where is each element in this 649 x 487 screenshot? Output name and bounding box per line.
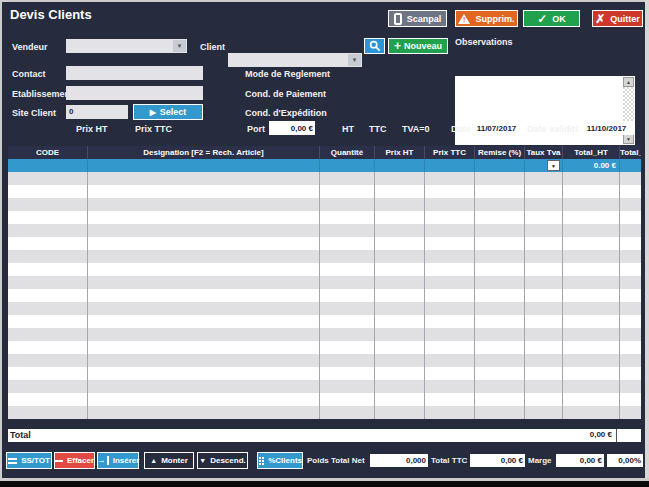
- table-cell[interactable]: [375, 185, 425, 198]
- table-cell[interactable]: [375, 159, 425, 172]
- table-cell[interactable]: [620, 159, 641, 172]
- contact-field[interactable]: [66, 66, 203, 80]
- table-cell[interactable]: [320, 315, 375, 328]
- table-cell[interactable]: [425, 393, 475, 406]
- table-cell[interactable]: [620, 250, 641, 263]
- table-cell[interactable]: [320, 159, 375, 172]
- table-cell[interactable]: [475, 224, 525, 237]
- table-cell[interactable]: [525, 393, 563, 406]
- pourcent-clients-button[interactable]: %Clients: [257, 452, 303, 469]
- table-cell[interactable]: [475, 250, 525, 263]
- table-cell[interactable]: [475, 263, 525, 276]
- table-cell[interactable]: [375, 302, 425, 315]
- table-cell[interactable]: [88, 289, 320, 302]
- table-cell[interactable]: [88, 185, 320, 198]
- table-cell[interactable]: [88, 354, 320, 367]
- table-row[interactable]: [8, 341, 641, 354]
- table-cell[interactable]: [320, 276, 375, 289]
- table-cell[interactable]: [475, 198, 525, 211]
- table-cell[interactable]: [475, 406, 525, 419]
- table-cell[interactable]: [320, 406, 375, 419]
- table-cell[interactable]: [320, 354, 375, 367]
- table-cell[interactable]: [563, 302, 620, 315]
- table-cell[interactable]: [525, 354, 563, 367]
- table-row[interactable]: [8, 315, 641, 328]
- table-row[interactable]: [8, 263, 641, 276]
- table-cell[interactable]: [375, 276, 425, 289]
- table-cell[interactable]: [425, 172, 475, 185]
- table-cell[interactable]: [563, 172, 620, 185]
- table-cell[interactable]: [375, 224, 425, 237]
- table-cell[interactable]: [563, 406, 620, 419]
- table-cell[interactable]: [320, 263, 375, 276]
- table-cell[interactable]: [88, 250, 320, 263]
- table-cell[interactable]: [425, 367, 475, 380]
- table-cell[interactable]: [425, 198, 475, 211]
- table-cell[interactable]: [620, 302, 641, 315]
- table-cell[interactable]: [620, 341, 641, 354]
- date-validite-field[interactable]: 11/10/2017: [578, 121, 635, 135]
- table-cell[interactable]: [620, 263, 641, 276]
- table-cell[interactable]: [563, 263, 620, 276]
- table-cell[interactable]: [8, 224, 88, 237]
- chevron-down-icon[interactable]: ▼: [348, 54, 361, 66]
- table-cell[interactable]: [475, 172, 525, 185]
- table-cell[interactable]: [320, 302, 375, 315]
- table-cell[interactable]: [525, 302, 563, 315]
- table-cell[interactable]: [88, 341, 320, 354]
- scroll-up-icon[interactable]: ▲: [623, 77, 634, 87]
- table-cell[interactable]: [475, 185, 525, 198]
- table-row[interactable]: [8, 224, 641, 237]
- table-row[interactable]: [8, 289, 641, 302]
- table-cell[interactable]: [88, 172, 320, 185]
- table-cell[interactable]: [88, 406, 320, 419]
- table-cell[interactable]: [525, 380, 563, 393]
- table-cell[interactable]: [563, 276, 620, 289]
- table-cell[interactable]: [475, 302, 525, 315]
- table-cell[interactable]: [620, 185, 641, 198]
- table-cell[interactable]: [8, 341, 88, 354]
- scanpal-button[interactable]: Scanpal: [388, 10, 447, 27]
- table-cell[interactable]: [320, 172, 375, 185]
- table-cell[interactable]: [8, 172, 88, 185]
- table-cell[interactable]: [425, 263, 475, 276]
- port-field[interactable]: 0,00 €: [269, 121, 315, 135]
- table-cell[interactable]: [8, 380, 88, 393]
- table-cell[interactable]: [475, 367, 525, 380]
- table-cell[interactable]: [8, 367, 88, 380]
- table-cell[interactable]: [425, 237, 475, 250]
- ok-button[interactable]: ✓ OK: [523, 10, 580, 27]
- table-cell[interactable]: [525, 211, 563, 224]
- table-cell[interactable]: [375, 393, 425, 406]
- chevron-down-icon[interactable]: ▼: [173, 40, 186, 52]
- table-row[interactable]: [8, 328, 641, 341]
- sous-total-button[interactable]: SS/TOT: [6, 452, 52, 469]
- table-cell[interactable]: [88, 393, 320, 406]
- table-cell[interactable]: [525, 250, 563, 263]
- table-cell[interactable]: [320, 328, 375, 341]
- table-cell[interactable]: [375, 328, 425, 341]
- table-cell[interactable]: [563, 328, 620, 341]
- table-cell[interactable]: [563, 250, 620, 263]
- table-cell[interactable]: [475, 328, 525, 341]
- table-cell[interactable]: [563, 354, 620, 367]
- table-cell[interactable]: [88, 237, 320, 250]
- table-cell[interactable]: [425, 159, 475, 172]
- table-cell[interactable]: [425, 211, 475, 224]
- table-cell[interactable]: [375, 289, 425, 302]
- table-cell[interactable]: [620, 328, 641, 341]
- table-cell[interactable]: [620, 315, 641, 328]
- table-cell[interactable]: [88, 315, 320, 328]
- table-cell[interactable]: [525, 328, 563, 341]
- table-cell[interactable]: [525, 185, 563, 198]
- table-cell[interactable]: [8, 198, 88, 211]
- table-cell[interactable]: [475, 393, 525, 406]
- table-cell[interactable]: [425, 185, 475, 198]
- table-cell[interactable]: [525, 224, 563, 237]
- table-cell[interactable]: [425, 289, 475, 302]
- table-cell[interactable]: [88, 159, 320, 172]
- table-cell[interactable]: [8, 211, 88, 224]
- table-row[interactable]: [8, 276, 641, 289]
- table-cell[interactable]: [525, 237, 563, 250]
- table-cell[interactable]: [320, 237, 375, 250]
